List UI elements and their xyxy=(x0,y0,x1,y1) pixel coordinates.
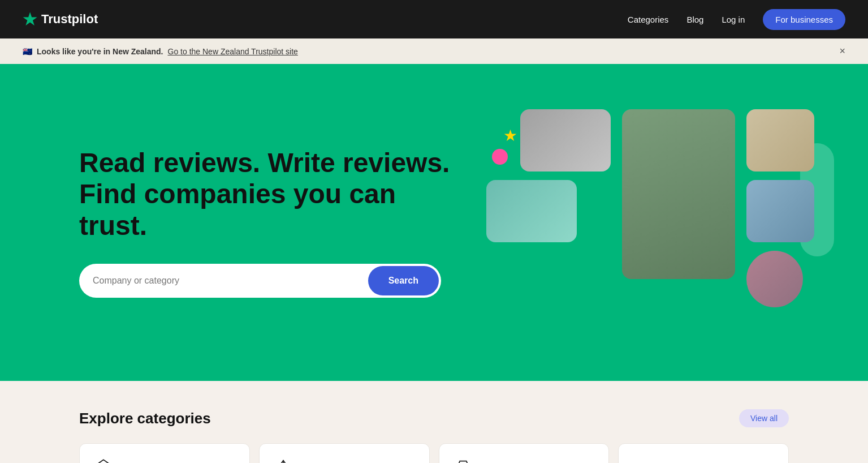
car-dealer-icon xyxy=(453,458,473,464)
category-card-furniture[interactable]: Furniture Store xyxy=(618,443,789,463)
logo[interactable]: ★ Trustpilot xyxy=(23,10,98,29)
hero-photo-6 xyxy=(746,251,803,307)
navbar-right: Categories Blog Log in For businesses xyxy=(628,9,845,30)
banner-close-button[interactable]: × xyxy=(839,45,845,57)
hero-photo-2 xyxy=(486,180,577,242)
category-card-car-dealer[interactable]: Car Dealer xyxy=(439,443,610,463)
hero-photo-1 xyxy=(520,109,611,172)
deco-circle-icon xyxy=(492,149,508,165)
hero-title: Read reviews. Write reviews. Find compan… xyxy=(79,147,469,241)
bank-icon xyxy=(93,458,114,464)
hero-images: ★ xyxy=(469,98,789,347)
furniture-icon xyxy=(632,458,653,464)
hero-search-bar: Search xyxy=(79,264,441,298)
banner-text: Looks like you're in New Zealand. xyxy=(37,47,163,56)
hero-content: Read reviews. Write reviews. Find compan… xyxy=(79,147,469,298)
category-card-travel-insurance[interactable]: Travel Insurance Company xyxy=(259,443,430,463)
nav-categories[interactable]: Categories xyxy=(628,15,669,24)
location-banner: 🇳🇿 Looks like you're in New Zealand. Go … xyxy=(0,38,868,64)
categories-title: Explore categories xyxy=(79,410,211,427)
search-button[interactable]: Search xyxy=(368,266,439,295)
view-all-button[interactable]: View all xyxy=(739,409,789,427)
hero-section: Read reviews. Write reviews. Find compan… xyxy=(0,64,868,381)
categories-header: Explore categories View all xyxy=(79,409,789,427)
hero-photo-3 xyxy=(622,109,735,279)
deco-star-icon: ★ xyxy=(503,126,517,145)
hero-photo-4 xyxy=(746,109,814,172)
nav-blog[interactable]: Blog xyxy=(686,15,703,24)
nav-login[interactable]: Log in xyxy=(722,15,745,24)
category-card-bank[interactable]: Bank xyxy=(79,443,250,463)
logo-star-icon: ★ xyxy=(23,10,37,29)
flag-icon: 🇳🇿 xyxy=(23,47,32,56)
banner-message: 🇳🇿 Looks like you're in New Zealand. Go … xyxy=(23,47,298,56)
categories-grid-row-1: BankTravel Insurance CompanyCar DealerFu… xyxy=(79,443,789,463)
for-businesses-button[interactable]: For businesses xyxy=(763,9,845,30)
categories-section: Explore categories View all BankTravel I… xyxy=(0,381,868,463)
logo-text: Trustpilot xyxy=(41,12,98,27)
search-input[interactable] xyxy=(79,264,366,298)
banner-link[interactable]: Go to the New Zealand Trustpilot site xyxy=(168,47,298,56)
hero-photo-5 xyxy=(746,180,814,242)
navbar: ★ Trustpilot Categories Blog Log in For … xyxy=(0,0,868,38)
categories-row-1: BankTravel Insurance CompanyCar DealerFu… xyxy=(79,443,789,463)
travel-insurance-icon xyxy=(273,458,293,464)
